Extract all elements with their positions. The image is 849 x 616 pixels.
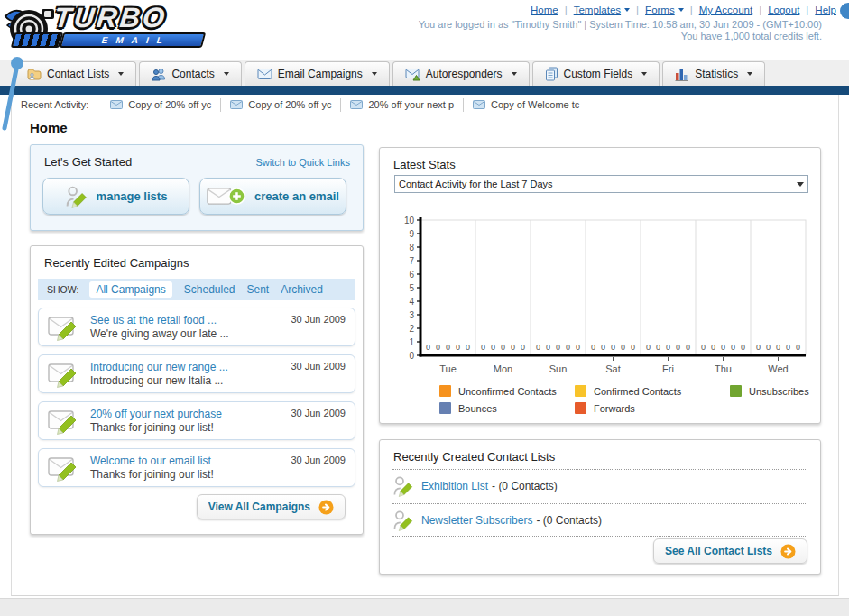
svg-text:0: 0 — [731, 343, 735, 352]
tab-statistics[interactable]: Statistics — [662, 61, 765, 86]
envelope-icon — [230, 100, 243, 109]
top-nav: Home| Templates| Forms| My Account| Logo… — [531, 5, 836, 15]
envelope-icon — [110, 100, 123, 109]
autoresponder-envelope-icon — [405, 68, 420, 81]
recent-activity-item[interactable]: 20% off your next p — [340, 98, 463, 112]
campaign-text: 20% off your next purchase Thanks for jo… — [90, 408, 222, 435]
custom-fields-pages-icon — [545, 67, 558, 81]
contact-list-row[interactable]: Exhibition List- (0 Contacts) — [392, 474, 558, 498]
nav-separator: | — [806, 5, 808, 15]
campaign-text: Introducing our new range ... Introducin… — [90, 361, 228, 388]
legend-swatch — [730, 385, 742, 397]
recent-activity-item[interactable]: Copy of 20% off yc — [101, 98, 220, 112]
svg-text:6: 6 — [409, 270, 414, 280]
svg-text:0: 0 — [711, 343, 715, 352]
nav-link-logout[interactable]: Logout — [768, 5, 799, 15]
campaign-subtitle: Thanks for joining our list! — [90, 421, 222, 435]
turbo-email-logo[interactable]: TURBO EMAIL — [4, 2, 220, 54]
nav-link-my-account[interactable]: My Account — [699, 5, 752, 15]
contact-list-name-link[interactable]: Newsletter Subscribers — [421, 514, 532, 527]
campaign-row[interactable]: Welcome to our email list Thanks for joi… — [38, 448, 355, 487]
svg-text:Thu: Thu — [715, 363, 732, 374]
legend-item: Bounces — [439, 402, 575, 414]
svg-text:0: 0 — [646, 343, 651, 352]
svg-text:Fri: Fri — [662, 363, 674, 374]
tab-label: Autoresponders — [426, 68, 503, 80]
contact-list-name-link[interactable]: Exhibition List — [421, 480, 488, 492]
legend-label: Forwards — [594, 403, 635, 414]
see-all-contact-lists-button[interactable]: See All Contact Lists — [653, 538, 807, 564]
nav-separator: | — [636, 5, 639, 15]
nav-link-templates[interactable]: Templates — [574, 5, 630, 15]
tab-autoresponders[interactable]: Autoresponders — [392, 61, 530, 86]
legend-swatch — [575, 385, 586, 397]
tab-contact-lists[interactable]: Contact Lists — [14, 61, 136, 86]
switch-quick-links-link[interactable]: Switch to Quick Links — [255, 157, 350, 168]
svg-text:0: 0 — [466, 343, 470, 352]
envelope-pencil-icon — [48, 408, 82, 435]
svg-text:0: 0 — [601, 343, 605, 352]
chevron-down-icon — [747, 72, 752, 76]
contact-list-count: - (0 Contacts) — [536, 514, 602, 527]
dotted-divider — [392, 469, 807, 470]
filter-tab-archived[interactable]: Archived — [281, 283, 323, 296]
view-all-campaigns-button[interactable]: View All Campaigns — [197, 494, 346, 519]
envelope-pencil-icon — [48, 314, 82, 341]
campaign-date: 30 Jun 2009 — [291, 408, 346, 418]
legend-item: Forwards — [575, 402, 730, 414]
campaign-title-link[interactable]: Welcome to our email list — [90, 455, 214, 468]
contact-activity-chart: 01234567891000000Tue00000Mon00000Sun0000… — [391, 211, 815, 384]
latest-stats-panel: Latest Stats Contact Activity for the La… — [379, 147, 821, 424]
person-pencil-icon — [65, 185, 88, 208]
nav-link-home[interactable]: Home — [531, 5, 558, 15]
create-email-button[interactable]: create an email — [199, 178, 346, 215]
campaign-text: Welcome to our email list Thanks for joi… — [90, 455, 214, 482]
recent-activity-text: Copy of 20% off yc — [248, 99, 331, 110]
nav-link-help[interactable]: Help — [815, 5, 836, 15]
recent-activity-item[interactable]: Copy of Welcome tc — [463, 98, 588, 112]
logo-turbo-text: TURBO — [52, 2, 169, 34]
chevron-down-icon — [372, 72, 377, 76]
contact-lists-panel-title: Recently Created Contact Lists — [393, 450, 555, 464]
get-started-title: Let's Get Started — [44, 155, 132, 169]
svg-text:0: 0 — [656, 343, 660, 352]
campaign-list: See us at the retail food ... We're givi… — [38, 308, 355, 487]
statistics-bars-icon — [675, 68, 689, 81]
nav-link-forms[interactable]: Forms — [645, 5, 684, 15]
campaign-title-link[interactable]: 20% off your next purchase — [90, 408, 222, 421]
tab-custom-fields[interactable]: Custom Fields — [532, 61, 660, 86]
page-footer — [0, 598, 849, 616]
envelope-pencil-icon — [48, 361, 82, 388]
tab-contacts[interactable]: Contacts — [139, 61, 241, 86]
recent-activity-text: 20% off your next p — [368, 99, 454, 110]
manage-lists-button[interactable]: manage lists — [42, 178, 189, 215]
filter-tab-sent[interactable]: Sent — [247, 283, 270, 296]
filter-tab-all-campaigns[interactable]: All Campaigns — [89, 281, 171, 298]
get-started-buttons: manage lists create an email — [42, 178, 346, 215]
legend-swatch — [439, 402, 451, 414]
stats-period-select[interactable]: Contact Activity for the Last 7 Days — [394, 175, 808, 193]
campaign-date: 30 Jun 2009 — [291, 361, 346, 372]
svg-text:0: 0 — [501, 343, 505, 352]
help-bubble-icon[interactable] — [840, 3, 849, 19]
campaign-title-link[interactable]: See us at the retail food ... — [90, 314, 228, 327]
campaign-row[interactable]: See us at the retail food ... We're givi… — [38, 308, 355, 346]
campaign-text: See us at the retail food ... We're givi… — [90, 314, 228, 341]
chevron-down-icon — [224, 72, 229, 76]
tab-email-campaigns[interactable]: Email Campaigns — [245, 61, 390, 86]
campaign-row[interactable]: 20% off your next purchase Thanks for jo… — [38, 401, 355, 440]
svg-text:4: 4 — [409, 297, 414, 307]
svg-text:0: 0 — [556, 343, 560, 352]
svg-text:1: 1 — [409, 337, 414, 347]
campaign-date: 30 Jun 2009 — [291, 314, 346, 325]
campaign-title-link[interactable]: Introducing our new range ... — [90, 361, 228, 374]
filter-tab-scheduled[interactable]: Scheduled — [184, 283, 235, 296]
campaign-row[interactable]: Introducing our new range ... Introducin… — [38, 354, 355, 393]
svg-text:Sun: Sun — [549, 363, 568, 374]
tab-label: Statistics — [695, 68, 738, 80]
contact-list-row[interactable]: Newsletter Subscribers- (0 Contacts) — [392, 509, 602, 532]
svg-text:0: 0 — [631, 343, 635, 352]
chevron-down-icon — [678, 8, 684, 12]
recent-activity-item[interactable]: Copy of 20% off yc — [220, 98, 340, 112]
main-nav-tabbar: Contact Lists Contacts Email Campaigns — [0, 60, 849, 86]
